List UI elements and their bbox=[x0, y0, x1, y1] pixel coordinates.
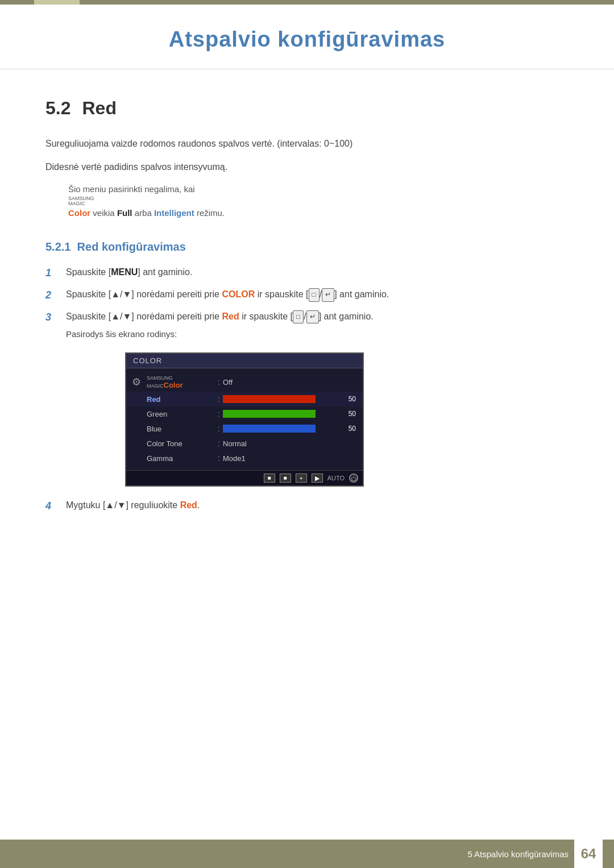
step-4: 4 Mygtuku [▲/▼] reguliuokite Red. bbox=[45, 498, 569, 514]
osd-label-blue: Blue bbox=[147, 424, 215, 433]
body-text-1: Sureguliuojama vaizde rodomos raudonos s… bbox=[45, 136, 569, 151]
osd-bar-blue bbox=[223, 425, 339, 433]
osd-bar-red bbox=[223, 395, 339, 403]
osd-label-red: Red bbox=[147, 394, 215, 404]
button-icon-return: ↵ bbox=[322, 288, 334, 301]
osd-row-blue: Blue : 50 bbox=[126, 421, 363, 436]
main-content: 5.2 Red Sureguliuojama vaizde rodomos ra… bbox=[0, 98, 614, 514]
osd-label-magic: SAMSUNG MAGICColor bbox=[147, 375, 215, 390]
osd-toolbar: ■ ■ + ▶ AUTO ⏻ bbox=[126, 470, 363, 485]
osd-icon-magic: ⚙ bbox=[126, 376, 147, 388]
osd-screenshot: COLOR ⚙ SAMSUNG MAGICColor bbox=[125, 352, 364, 487]
osd-title-bar: COLOR bbox=[126, 354, 363, 368]
osd-btn-plus[interactable]: + bbox=[296, 474, 307, 483]
button-icon-return2: ↵ bbox=[306, 310, 319, 323]
osd-btn-minus2[interactable]: ■ bbox=[280, 474, 291, 483]
osd-btn-auto-label: AUTO bbox=[327, 475, 345, 481]
osd-row-gamma: Gamma : Mode1 bbox=[126, 451, 363, 466]
page-title: Atspalvio konfigūravimas bbox=[0, 27, 614, 52]
note-text: Šio meniu pasirinkti negalima, kai SAMSU… bbox=[68, 182, 569, 220]
page-header: Atspalvio konfigūravimas bbox=[0, 5, 614, 69]
steps-list: 1 Spauskite [MENU] ant gaminio. 2 Spausk… bbox=[45, 265, 569, 340]
osd-value-colortone: Normal bbox=[223, 439, 356, 448]
step-3: 3 Spauskite [▲/▼] norėdami pereiti prie … bbox=[45, 309, 569, 341]
osd-btn-minus[interactable]: ■ bbox=[264, 474, 275, 483]
osd-value-magic: Off bbox=[223, 378, 356, 387]
osd-bar-green bbox=[223, 410, 339, 418]
section-number: 5.2 bbox=[45, 98, 70, 119]
page-footer: 5 Atspalvio konfigūravimas 64 bbox=[0, 840, 614, 868]
osd-label-green: Green bbox=[147, 409, 215, 418]
button-icon-enter: □ bbox=[309, 288, 320, 301]
osd-row-magic: ⚙ SAMSUNG MAGICColor : Off bbox=[126, 373, 363, 392]
osd-value-green: 50 bbox=[223, 410, 356, 418]
steps-list-2: 4 Mygtuku [▲/▼] reguliuokite Red. bbox=[45, 498, 569, 514]
osd-body: ⚙ SAMSUNG MAGICColor : Off bbox=[126, 368, 363, 471]
step-1: 1 Spauskite [MENU] ant gaminio. bbox=[45, 265, 569, 281]
osd-btn-power[interactable]: ⏻ bbox=[349, 474, 358, 483]
osd-row-colortone: Color Tone : Normal bbox=[126, 436, 363, 451]
osd-box: COLOR ⚙ SAMSUNG MAGICColor bbox=[125, 352, 364, 487]
button-icon-enter2: □ bbox=[293, 310, 304, 323]
footer-text: 5 Atspalvio konfigūravimas bbox=[467, 849, 569, 859]
osd-btn-arrow[interactable]: ▶ bbox=[312, 474, 323, 483]
section-title: Red bbox=[82, 98, 116, 119]
osd-label-colortone: Color Tone bbox=[147, 439, 215, 448]
sub-section: 5.2.1 Red konfigūravimas 1 Spauskite [ME… bbox=[45, 240, 569, 514]
osd-row-red: Red : 50 bbox=[126, 392, 363, 406]
body-text-2: Didesnė vertė padidins spalvos intensyvu… bbox=[45, 159, 569, 175]
osd-value-red: 50 bbox=[223, 395, 356, 403]
osd-row-green: Green : 50 bbox=[126, 406, 363, 421]
osd-value-gamma: Mode1 bbox=[223, 454, 356, 463]
step-3-sub: Pasirodys šis ekrano rodinys: bbox=[66, 327, 569, 341]
osd-label-gamma: Gamma bbox=[147, 454, 215, 463]
footer-number: 64 bbox=[574, 840, 603, 868]
sub-section-heading: 5.2.1 Red konfigūravimas bbox=[45, 240, 569, 254]
osd-value-blue: 50 bbox=[223, 425, 356, 433]
section-heading: 5.2 Red bbox=[45, 98, 569, 119]
top-bar-accent bbox=[34, 0, 80, 5]
step-2: 2 Spauskite [▲/▼] norėdami pereiti prie … bbox=[45, 287, 569, 304]
top-bar bbox=[0, 0, 614, 5]
